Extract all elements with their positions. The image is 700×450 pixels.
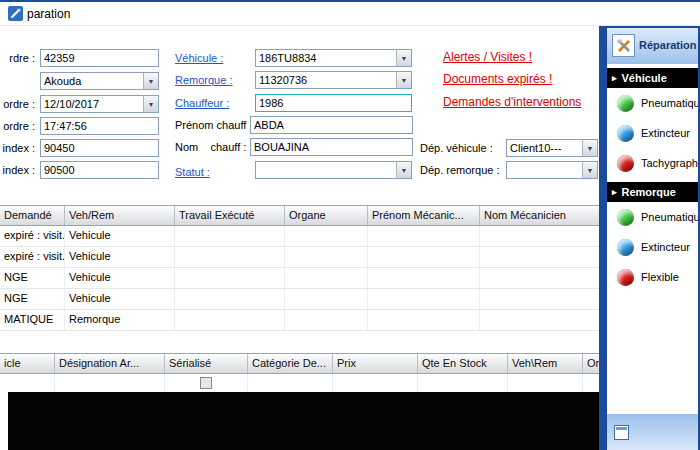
status-sphere-icon [617, 209, 634, 226]
table-cell [175, 247, 285, 267]
dropdown-arrow-icon[interactable]: ▼ [396, 50, 411, 66]
table-cell [285, 226, 368, 246]
agency-combo[interactable]: Akouda ▼ [40, 72, 159, 90]
sidebar-section-véhicule[interactable]: ▸Véhicule [607, 68, 698, 88]
column-header[interactable]: Sérialisé [165, 354, 248, 373]
dropdown-arrow-icon[interactable]: ▼ [143, 96, 158, 112]
column-header[interactable]: Demandé [0, 206, 65, 225]
pane-page-icon [614, 425, 629, 440]
serialise-checkbox[interactable] [200, 377, 212, 389]
column-header[interactable]: icle [0, 354, 55, 373]
column-header[interactable]: Qte En Stock [418, 354, 508, 373]
table-cell: Remorque [65, 310, 175, 330]
dropdown-arrow-icon[interactable]: ▼ [396, 162, 411, 178]
status-combo[interactable]: ▼ [255, 161, 412, 179]
order-date-value: 12/10/2017 [41, 96, 143, 112]
demandes-interventions-link[interactable]: Demandes d'interventions [443, 95, 581, 109]
section-title: Véhicule [622, 72, 667, 84]
status-combo-value [256, 162, 396, 178]
table-cell [285, 268, 368, 288]
table-row[interactable]: NGEVehicule [0, 289, 600, 310]
trailer-dept-value [507, 162, 582, 178]
table-row[interactable]: NGEVehicule [0, 268, 600, 289]
documents-expires-link[interactable]: Documents expirés ! [443, 72, 552, 86]
sidebar-item-tachygraphe[interactable]: Tachygraphe [607, 148, 698, 178]
table-cell [368, 226, 480, 246]
dropdown-arrow-icon[interactable]: ▼ [582, 140, 597, 156]
vehicle-combo[interactable]: 186TU8834 ▼ [255, 49, 412, 67]
vehicle-link[interactable]: Véhicule : [175, 52, 223, 64]
task-pane-title: Réparation [639, 39, 697, 51]
dropdown-arrow-icon[interactable]: ▼ [143, 73, 158, 89]
table-cell [480, 268, 600, 288]
status-sphere-icon [617, 239, 634, 256]
previous-index-field[interactable] [40, 139, 159, 157]
table-cell: NGE [0, 289, 65, 309]
alerts-visites-link[interactable]: Alertes / Visites ! [443, 50, 532, 64]
task-pane-footer [607, 414, 698, 450]
column-header[interactable]: Organe [285, 206, 368, 225]
column-header[interactable]: Or... [583, 354, 600, 373]
driver-lastname-field[interactable] [250, 138, 413, 156]
table-cell [333, 374, 418, 392]
sidebar-item-label: Flexible [641, 271, 679, 283]
table-cell [480, 310, 600, 330]
section-arrow-icon: ▸ [612, 73, 617, 83]
driver-field[interactable] [255, 94, 412, 112]
sidebar-section-remorque[interactable]: ▸Remorque [607, 182, 698, 202]
sidebar-item-extincteur[interactable]: Extincteur [607, 118, 698, 148]
driver-lastname-label: Nom chauff : [175, 141, 246, 153]
section-arrow-icon: ▸ [612, 187, 617, 197]
table-cell [0, 374, 55, 392]
status-link[interactable]: Statut : [175, 166, 210, 178]
column-header[interactable]: Veh\Rem [508, 354, 583, 373]
order-number-field[interactable] [40, 49, 159, 67]
previous-index-label: er index : [0, 142, 35, 154]
vehicle-dept-combo[interactable]: Client10--- ▼ [506, 139, 598, 157]
order-time-field[interactable] [40, 117, 159, 135]
order-number-label: rdre : [0, 52, 35, 64]
sidebar-item-pneumatique[interactable]: Pneumatique [607, 88, 698, 118]
column-header[interactable]: Prénom Mécanic... [368, 206, 480, 225]
task-pane-header: Réparation [607, 28, 698, 64]
table-row[interactable]: expiré : visit...Vehicule [0, 247, 600, 268]
table-row[interactable]: MATIQUERemorque [0, 310, 600, 331]
table-cell [55, 374, 165, 392]
column-header[interactable]: Désignation Ar... [55, 354, 165, 373]
sidebar-item-label: Tachygraphe [641, 157, 698, 169]
window-title: paration [27, 7, 70, 21]
trailer-dept-combo[interactable]: ▼ [506, 161, 598, 179]
trailer-combo[interactable]: 11320736 ▼ [255, 71, 412, 89]
column-header[interactable]: Veh/Rem [65, 206, 175, 225]
table-row[interactable]: expiré : visit...Vehicule [0, 226, 600, 247]
table-cell [368, 289, 480, 309]
table-cell [368, 268, 480, 288]
order-date-picker[interactable]: 12/10/2017 ▼ [40, 95, 159, 113]
sidebar-item-extincteur[interactable]: Extincteur [607, 232, 698, 262]
trailer-dept-label: Dép. remorque : [420, 164, 499, 176]
status-sphere-icon [617, 95, 634, 112]
vehicle-dept-value: Client10--- [507, 140, 582, 156]
column-header[interactable]: Prix [333, 354, 418, 373]
status-sphere-icon [617, 155, 634, 172]
column-header[interactable]: Catégorie De... [248, 354, 333, 373]
driver-firstname-field[interactable] [250, 116, 413, 134]
column-header[interactable]: Travail Exécuté [175, 206, 285, 225]
table-cell [508, 374, 583, 392]
interventions-table: DemandéVeh/RemTravail ExécutéOrganePréno… [0, 205, 600, 353]
section-title: Remorque [622, 186, 676, 198]
column-header[interactable]: Nom Mécanicien [480, 206, 600, 225]
table-cell [480, 247, 600, 267]
sidebar-item-pneumatique[interactable]: Pneumatique [607, 202, 698, 232]
sidebar-item-flexible[interactable]: Flexible [607, 262, 698, 292]
dropdown-arrow-icon[interactable]: ▼ [396, 72, 411, 88]
sidebar-item-label: Extincteur [641, 241, 690, 253]
dropdown-arrow-icon[interactable]: ▼ [582, 162, 597, 178]
task-pane-sections: ▸VéhiculePneumatiqueExtincteurTachygraph… [607, 68, 698, 292]
table-cell [285, 289, 368, 309]
trailer-link[interactable]: Remorque : [175, 74, 232, 86]
table-cell: expiré : visit... [0, 247, 65, 267]
table-row[interactable] [0, 374, 600, 392]
driver-link[interactable]: Chauffeur : [175, 97, 229, 109]
new-index-field[interactable] [40, 161, 159, 179]
